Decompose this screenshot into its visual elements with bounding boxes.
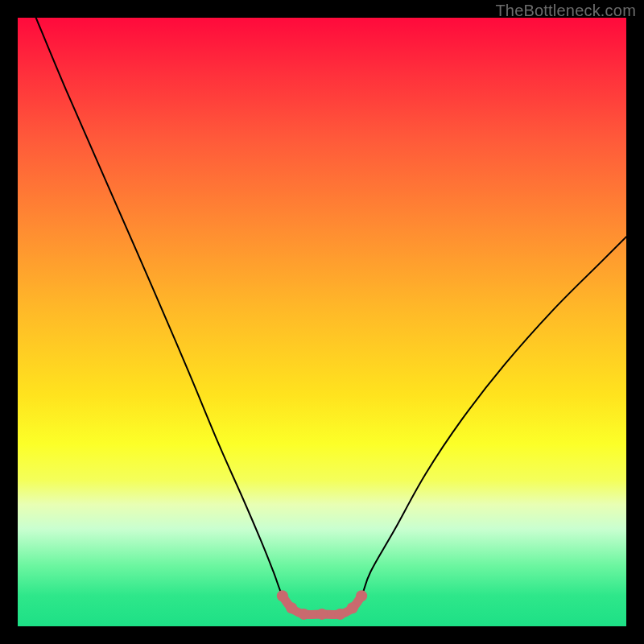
bottleneck-curve-path [36,18,626,614]
valley-dot [286,602,297,613]
valley-dot [356,590,367,601]
valley-dot [347,602,358,613]
valley-dot [277,590,288,601]
valley-dot [335,609,346,620]
chart-svg [18,18,626,626]
valley-dot [316,609,328,620]
valley-dot [298,609,309,620]
plot-area [18,18,626,626]
chart-container: TheBottleneck.com [0,0,644,644]
watermark-text: TheBottleneck.com [495,2,636,20]
valley-highlight-dots [277,590,367,620]
